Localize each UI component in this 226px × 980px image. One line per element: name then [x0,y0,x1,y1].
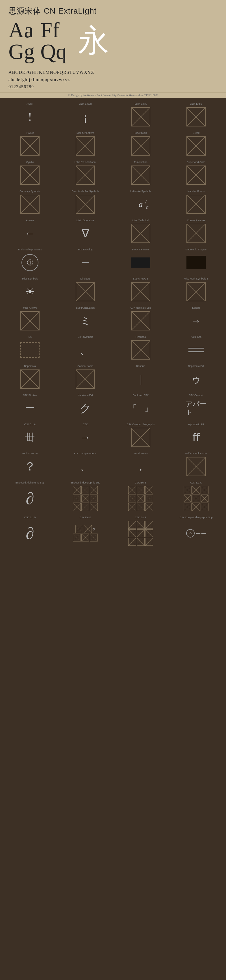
label-cjk: CJK [59,423,111,426]
label-cjkstrokes: CJK Strokes [4,394,56,397]
label-letterlike: Letterlike Symbols [115,190,167,192]
content-suparrowsb [130,281,152,302]
glyph-alphabeticpf: ﬀ [192,431,200,444]
cell-cjkradicalsup: CJK Radicals Sup [114,305,168,333]
font-title: 思源宋体 CN ExtraLight [8,6,218,16]
cell-cjkcompat: CJK Compat アパート [169,392,223,420]
content-latinexta [130,107,152,127]
content-enclalphsup: ∂ [19,485,41,512]
cell-cjkcompatforms: CJK Compat Forms 、 [58,450,112,479]
content-alphabeticpf: ﬀ [186,427,207,448]
glyph-kangxi: → [191,315,201,326]
xbox-ipaext [21,136,40,156]
content-cjk: → [75,427,96,448]
content-cjkextc [186,485,207,512]
content-cjkextb [130,485,152,512]
content-blockelements [130,252,152,273]
label-cyrillic: Cyrillic [4,161,56,164]
label-diacriticals: Diacriticals [115,132,167,134]
cell-enclalphsup: Enclosed Alphanums Sup ∂ [3,479,57,513]
content-cjkstrokes: 一 [19,398,41,419]
content-latin1sup: ¡ [75,107,96,127]
label-bopomofoext: Bopomofo Ext [170,365,222,368]
cell-currency: Currency Symbols [3,188,57,216]
label-boxdrawing: Box Drawing [59,248,111,251]
xbox-cjkradicalsup [131,311,150,331]
content-kangxi: → [186,310,207,332]
label-cjkexte: CJK Ext E [59,516,111,519]
content-cjkexta: 丗 [19,427,41,448]
cell-compatjamo: Compat Jamo [58,363,112,391]
label-miscmathb: Misc Math Symbols B [170,277,222,280]
label-katakana: Katakana [170,336,222,338]
glyph-cjkextb [128,486,153,511]
cell-diacforsym: Diacriticals For Symbols [58,188,112,216]
label-bopomofo: Bopomofo [4,365,56,368]
label-enclideosup: Enclosed Ideographic Sup [59,481,111,484]
label-cjkextf: CJK Ext F [115,516,167,519]
glyph-katakanaext: ク [80,401,91,416]
content-misctechnical [130,223,152,244]
cell-cjkstrokes: CJK Strokes 一 [3,392,57,420]
xbox-latinexta [131,107,150,126]
cell-cjkextb: CJK Ext B [114,479,168,513]
content-cjkexte: « [75,520,96,547]
label-cjkcompatforms: CJK Compat Forms [59,452,111,455]
label-dingbats: Dingbats [59,277,111,280]
specimen-row: Aa Gg Ff Qq 永 [8,19,218,62]
xbox-controlpictures [186,224,205,243]
cell-cjkextd: CJK Ext D ∂ [3,514,57,548]
label-arrows: Arrows [4,219,56,222]
cell-hiragana: Hiragana [114,334,168,362]
header-section: 思源宋体 CN ExtraLight Aa Gg Ff Qq 永 [0,0,226,67]
cell-blockelements: Block Elements [114,247,168,274]
content-enclosedalph: ① [19,252,41,273]
label-cjkcompatideosup: CJK Compat Ideographs Sup [170,516,222,519]
label-ipaext: IPA Ext [4,132,56,134]
label-kanbun: Kanbun [115,365,167,368]
xbox-dingbats [76,282,95,301]
xbox-latinextb [186,107,205,126]
label-idc: IDC [4,336,56,338]
content-boxdrawing: ─ [75,252,96,273]
glyph-cjkextd: ∂ [26,523,34,543]
cell-latin1sup: Latin 1 Sup ¡ [58,101,112,129]
content-numberforms [186,194,207,215]
cell-latinextadd: Latin Ext Additional [58,159,112,187]
cell-supersubs: Super And Subs [169,159,223,187]
glyph-idc [21,342,40,358]
xbox-cjkcompatideo [131,428,150,447]
label-suppunct: Sup Punctuation [59,306,111,309]
cell-numberforms: Number Forms [169,188,223,216]
label-cjkcompatideo: CJK Compat Ideographs [115,423,167,426]
cell-controlpictures: Control Pictures [169,217,223,245]
cell-cjkextc: CJK Ext C [169,479,223,513]
cell-enclosedalph: Enclosed Alphanums ① [3,247,57,274]
content-bopomofoext: ゥ [186,369,207,390]
content-cjksymbols: 、 [75,339,96,361]
xbox-misctechnical [131,224,150,243]
cell-suparrowsb: Sup Arrows B [114,275,168,304]
xbox-supersubs [186,165,205,185]
label-smallforms: Small Forms [115,452,167,455]
content-cjkextf [130,520,152,547]
specimen-gg: Gg [8,41,35,62]
content-controlpictures [186,223,207,244]
cell-cjksymbols: CJK Symbols 、 [58,334,112,362]
specimen-chinese: 永 [78,25,109,56]
bottom-grid: Enclosed Alphanums Sup ∂ Enclosed Ideogr… [3,479,223,548]
content-cjkcompatideo [130,427,152,448]
content-letterlike: a/c [130,194,152,215]
content-enclideosup [75,485,96,512]
cell-cjk: CJK → [58,421,112,449]
cell-bopomofo: Bopomofo [3,363,57,391]
glyph-cjkstrokes: 一 [25,402,35,414]
cell-katakanaext: Katakana Ext ク [58,392,112,420]
lowercase-alphabet: abcdefghijklmnopqrstuvwxyz [8,76,218,83]
content-geomshapes [186,252,207,273]
content-compatjamo [75,369,96,390]
glyph-cjkexta: 丗 [25,431,35,444]
xbox-miscarrows [21,311,40,331]
label-diacforsym: Diacriticals For Symbols [59,190,111,192]
cell-ipaext: IPA Ext [3,130,57,158]
